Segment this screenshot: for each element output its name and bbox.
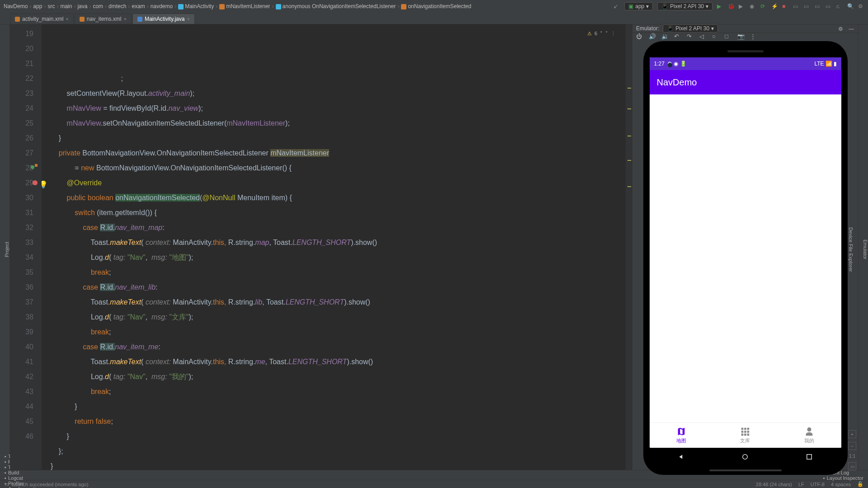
breakpoint-icon[interactable] — [33, 180, 38, 185]
zoom-out-icon[interactable]: − — [848, 442, 856, 450]
overview-icon[interactable]: □ — [725, 33, 731, 39]
sdk-icon[interactable]: ▭ — [804, 3, 810, 9]
settings-icon[interactable]: ⚙ — [858, 3, 864, 9]
avd-icon[interactable]: ▭ — [793, 3, 799, 9]
readonly-icon[interactable]: 🔓 — [857, 481, 863, 487]
search-icon[interactable]: 🔍 — [847, 3, 854, 9]
tool-window-button[interactable]: ▪Build — [5, 470, 41, 475]
breadcrumb-item[interactable]: app — [33, 3, 42, 9]
nav-overview-icon[interactable] — [805, 453, 813, 461]
zoom-level[interactable]: 1:1 — [849, 454, 855, 459]
code-line[interactable]: mNavView = findViewById(R.id.nav_view); — [51, 101, 626, 116]
tool-window-button[interactable]: ▪Layout Inspector — [823, 475, 863, 481]
code-line[interactable]: mNavView.setOnNavigationItemSelectedList… — [51, 116, 626, 131]
more-icon[interactable]: ⋮ — [750, 33, 756, 39]
rotate-left-icon[interactable]: ↶ — [674, 33, 680, 39]
code-line[interactable]: } — [51, 429, 626, 444]
code-line[interactable]: case R.id.nav_item_lib: — [51, 280, 626, 295]
code-line[interactable]: break; — [51, 265, 626, 280]
code-line[interactable]: Log.d( tag: "Nav", msg: "我的"); — [51, 369, 626, 384]
rotate-right-icon[interactable]: ↷ — [687, 33, 693, 39]
code-line[interactable]: } — [51, 399, 626, 414]
code-line[interactable]: private BottomNavigationView.OnNavigatio… — [51, 145, 626, 160]
code-editor[interactable]: 1920212223242526272829303132333435363738… — [10, 24, 632, 470]
code-line[interactable]: case R.id.nav_item_map: — [51, 220, 626, 235]
breadcrumb-class[interactable]: anonymous OnNavigationItemSelectedListen… — [276, 3, 396, 9]
breadcrumb-item[interactable]: exam — [132, 3, 145, 9]
breadcrumb-item[interactable]: com — [93, 3, 103, 9]
apply-icon[interactable]: ⚡ — [771, 3, 778, 9]
code-line[interactable]: Toast.makeText( context: MainActivity.th… — [51, 295, 626, 310]
device-screen[interactable]: 1:27 ⚙ ◉ 🔋 LTE📶▮ NavDemo 地图文库我的 — [650, 57, 841, 448]
breadcrumb-item[interactable]: NavDemo — [4, 3, 28, 9]
bottom-nav-item[interactable]: 我的 — [777, 423, 841, 448]
debug-icon[interactable]: 🐞 — [728, 3, 734, 9]
code-line[interactable]: Toast.makeText( context: MainActivity.th… — [51, 235, 626, 250]
error-stripe[interactable] — [626, 24, 632, 470]
tool-window-button[interactable]: Project — [4, 239, 9, 260]
breadcrumb-item[interactable]: src — [47, 3, 55, 9]
code-line[interactable]: Toast.makeText( context: MainActivity.th… — [51, 354, 626, 369]
close-icon[interactable]: × — [187, 16, 189, 22]
profile-icon[interactable]: ◉ — [750, 3, 756, 9]
run-config-selector[interactable]: ▣app▾ — [624, 2, 653, 10]
code-line[interactable]: } — [51, 131, 626, 145]
nav-home-icon[interactable] — [741, 453, 749, 461]
editor-tab[interactable]: activity_main.xml× — [10, 14, 74, 24]
layout-icon[interactable]: ▭ — [815, 3, 821, 9]
code-line[interactable]: }; — [51, 444, 626, 459]
file-encoding[interactable]: UTF-8 — [811, 482, 825, 487]
git-icon[interactable]: ⎌ — [836, 3, 843, 9]
breadcrumb-class[interactable]: onNavigationItemSelected — [401, 3, 471, 9]
breadcrumb-item[interactable]: navdemo — [151, 3, 173, 9]
zoom-in-icon[interactable]: + — [848, 430, 856, 438]
attach-icon[interactable]: ⟳ — [760, 3, 767, 9]
structure-icon[interactable]: ▭ — [826, 3, 832, 9]
back-icon[interactable]: ◁ — [699, 33, 706, 39]
caret-position[interactable]: 28:48 (24 chars) — [756, 482, 792, 487]
zoom-fit-icon[interactable]: ▭ — [848, 462, 856, 470]
close-icon[interactable]: × — [123, 16, 126, 22]
tool-window-button[interactable]: ▪Logcat — [5, 475, 41, 481]
breadcrumb-class[interactable]: mNavItemListener — [219, 3, 270, 9]
override-gutter-icon[interactable] — [31, 164, 37, 170]
code-area[interactable]: ⚠6 ˄˅⋮ ; setContentView(R.layout.activit… — [42, 24, 626, 470]
emulator-minimize-icon[interactable]: — — [849, 26, 854, 32]
power-icon[interactable]: ⏻ — [636, 33, 642, 39]
breadcrumb-class[interactable]: MainActivity — [178, 3, 214, 9]
run-icon[interactable]: ▶ — [717, 3, 723, 9]
nav-back-icon[interactable] — [677, 453, 685, 461]
editor-tab[interactable]: nav_items.xml× — [75, 14, 132, 24]
coverage-icon[interactable]: ▶ — [739, 3, 745, 9]
home-icon[interactable]: ○ — [712, 33, 718, 39]
sync-icon[interactable]: ↙ — [613, 3, 620, 9]
app-content[interactable] — [650, 94, 841, 422]
editor-tab[interactable]: MainActivity.java× — [132, 14, 195, 24]
code-line[interactable]: break; — [51, 324, 626, 339]
line-separator[interactable]: LF — [798, 482, 804, 487]
bottom-nav-item[interactable]: 文库 — [713, 423, 777, 448]
breadcrumb-item[interactable]: java — [77, 3, 87, 9]
code-line[interactable]: public boolean onNavigationItemSelected(… — [51, 190, 626, 205]
tool-window-button[interactable]: Emulator — [863, 237, 868, 262]
close-icon[interactable]: × — [66, 16, 68, 22]
volume-up-icon[interactable]: 🔊 — [649, 33, 655, 39]
emulator-settings-icon[interactable]: ⚙ — [838, 26, 844, 32]
indent-setting[interactable]: 4 spaces — [831, 482, 851, 487]
code-line[interactable]: } — [51, 459, 626, 470]
volume-down-icon[interactable]: 🔉 — [661, 33, 668, 39]
code-line[interactable]: case R.id.nav_item_me: — [51, 339, 626, 354]
code-line[interactable]: switch (item.getItemId()) { — [51, 205, 626, 220]
code-line[interactable]: return false; — [51, 414, 626, 429]
code-line[interactable]: @Override — [51, 175, 626, 190]
bottom-nav-item[interactable]: 地图 — [650, 423, 713, 448]
breadcrumb-item[interactable]: dmtech — [108, 3, 126, 9]
inspection-widget[interactable]: ⚠6 ˄˅⋮ — [587, 26, 616, 41]
emulator-device-selector[interactable]: 📱Pixel 2 API 30▾ — [663, 24, 718, 33]
screenshot-icon[interactable]: 📷 — [737, 33, 744, 39]
code-line[interactable]: Log.d( tag: "Nav", msg: "文库"); — [51, 310, 626, 324]
code-line[interactable]: ; — [51, 71, 626, 86]
code-line[interactable]: setContentView(R.layout.activity_main); — [51, 86, 626, 101]
stop-icon[interactable]: ■ — [782, 3, 788, 9]
code-line[interactable]: = new BottomNavigationView.OnNavigationI… — [51, 160, 626, 175]
